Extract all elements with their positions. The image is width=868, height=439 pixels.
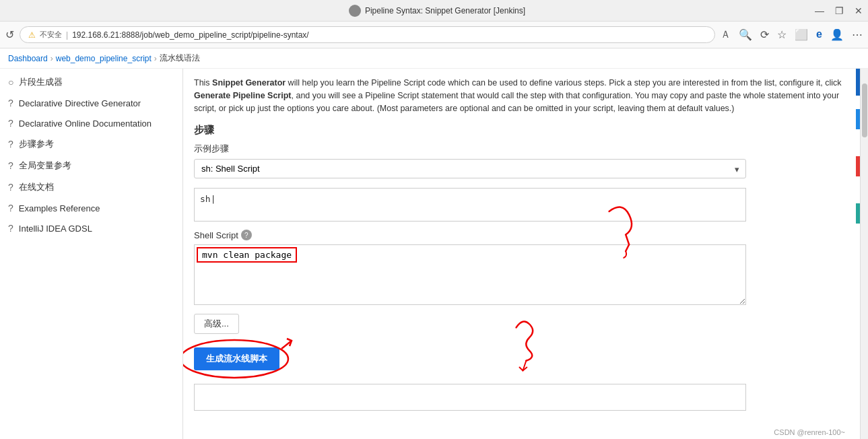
sidebar-item-label-directive: Declarative Directive Generator <box>19 98 141 108</box>
sample-step-wrapper: sh: Shell Script ▾ <box>194 159 746 178</box>
breadcrumb: Dashboard › web_demo_pipeline_script › 流… <box>0 48 868 69</box>
directive-generator-icon: ? <box>8 98 13 108</box>
read-mode-icon[interactable]: Ａ <box>721 28 731 41</box>
main-layout: ○ 片段生成器 ? Declarative Directive Generato… <box>0 69 868 439</box>
edge-icon[interactable]: e <box>816 28 822 41</box>
sidebar-item-label-steps: 步骤参考 <box>19 138 54 150</box>
sidebar-item-intellij[interactable]: ? IntelliJ IDEA GDSL <box>0 218 182 238</box>
scrollbar[interactable] <box>860 69 868 439</box>
advanced-button[interactable]: 高级... <box>194 314 239 334</box>
examples-ref-icon: ? <box>8 203 13 213</box>
sidebar: ○ 片段生成器 ? Declarative Directive Generato… <box>0 69 183 439</box>
online-docs-icon: ? <box>8 118 13 129</box>
section-title-steps: 步骤 <box>194 124 845 137</box>
sidebar-item-label-online-docs: Declarative Online Documentation <box>19 119 152 129</box>
titlebar: Pipeline Syntax: Snippet Generator [Jenk… <box>0 0 868 22</box>
not-secure-label: 不安全 <box>40 30 62 40</box>
content-area: This Snippet Generator will help you lea… <box>183 69 856 439</box>
svg-line-1 <box>281 341 292 349</box>
menu-icon[interactable]: ⋯ <box>852 28 863 41</box>
breadcrumb-sep-1: › <box>51 54 53 63</box>
shell-script-help-icon[interactable]: ? <box>241 230 252 240</box>
csdn-watermark: CSDN @renren-100~ <box>774 428 845 436</box>
maximize-button[interactable]: ❐ <box>835 5 844 16</box>
close-button[interactable]: ✕ <box>855 5 863 16</box>
titlebar-title: Pipeline Syntax: Snippet Generator [Jenk… <box>349 5 525 17</box>
addressbar: ↺ ⚠ 不安全 | 192.168.6.21:8888/job/web_demo… <box>0 22 868 48</box>
sidebar-item-online-docs2[interactable]: ? 在线文档 <box>0 176 182 198</box>
advanced-section: 高级... <box>194 314 845 341</box>
breadcrumb-current: 流水线语法 <box>160 53 200 64</box>
breadcrumb-dashboard[interactable]: Dashboard <box>8 54 48 63</box>
jenkins-icon <box>349 5 361 17</box>
sidebar-item-online-docs[interactable]: ? Declarative Online Documentation <box>0 113 182 133</box>
sidebar-item-label-intellij: IntelliJ IDEA GDSL <box>19 224 92 234</box>
security-warning-icon: ⚠ <box>28 30 36 40</box>
dropdown-container: sh: Shell Script ▾ <box>194 159 845 178</box>
scrollbar-thumb[interactable] <box>862 83 867 137</box>
collections-icon[interactable]: ⬜ <box>795 28 808 41</box>
sidebar-item-label-examples: Examples Reference <box>19 203 100 213</box>
snippet-generator-icon: ○ <box>8 77 13 88</box>
breadcrumb-pipeline-script[interactable]: web_demo_pipeline_script <box>56 54 152 63</box>
url-bar[interactable]: ⚠ 不安全 | 192.168.6.21:8888/job/web_demo_p… <box>20 26 715 43</box>
refresh-icon[interactable]: ⟳ <box>760 28 769 41</box>
field-label-sample-step: 示例步骤 <box>194 143 845 155</box>
breadcrumb-sep-2: › <box>154 54 157 63</box>
favorites-icon[interactable]: ☆ <box>777 28 787 41</box>
shell-textarea-wrapper: mvn clean package <box>194 244 746 307</box>
sidebar-item-directive-generator[interactable]: ? Declarative Directive Generator <box>0 93 182 113</box>
shell-script-label: Shell Script ? <box>194 230 845 240</box>
intro-text: This Snippet Generator will help you lea… <box>194 77 845 114</box>
svg-line-3 <box>523 361 526 371</box>
intellij-icon: ? <box>8 223 13 234</box>
minimize-button[interactable]: — <box>815 5 824 16</box>
global-vars-icon: ? <box>8 160 13 171</box>
sidebar-item-steps-ref[interactable]: ? 步骤参考 <box>0 133 182 155</box>
steps-ref-icon: ? <box>8 139 13 149</box>
sidebar-item-global-vars[interactable]: ? 全局变量参考 <box>0 155 182 176</box>
sidebar-item-label-online-docs2: 在线文档 <box>19 181 54 193</box>
search-icon[interactable]: 🔍 <box>739 28 752 41</box>
snippet-input-area[interactable]: sh| <box>194 188 746 222</box>
shell-script-label-text: Shell Script <box>194 230 238 240</box>
window-title: Pipeline Syntax: Snippet Generator [Jenk… <box>365 6 525 15</box>
shell-script-textarea[interactable] <box>194 244 746 305</box>
sidebar-item-label-snippet: 片段生成器 <box>19 76 63 88</box>
browser-toolbar: Ａ 🔍 ⟳ ☆ ⬜ e 👤 ⋯ <box>721 28 863 41</box>
result-area <box>194 384 746 411</box>
shell-script-section: Shell Script ? mvn clean package <box>194 230 845 307</box>
generate-section: 生成流水线脚本 <box>194 347 279 377</box>
window-controls[interactable]: — ❐ ✕ <box>815 5 863 16</box>
sample-step-dropdown[interactable]: sh: Shell Script <box>194 159 746 178</box>
url-separator: | <box>66 30 68 40</box>
sidebar-item-label-global-vars: 全局变量参考 <box>19 160 71 172</box>
url-text: 192.168.6.21:8888/job/web_demo_pipeline_… <box>72 30 309 40</box>
sidebar-item-snippet-generator[interactable]: ○ 片段生成器 <box>0 71 182 93</box>
profile-icon[interactable]: 👤 <box>830 28 844 41</box>
sidebar-item-examples-ref[interactable]: ? Examples Reference <box>0 198 182 218</box>
refresh-button[interactable]: ↺ <box>5 28 14 41</box>
online-docs2-icon: ? <box>8 182 13 193</box>
generate-pipeline-script-button[interactable]: 生成流水线脚本 <box>194 347 279 370</box>
